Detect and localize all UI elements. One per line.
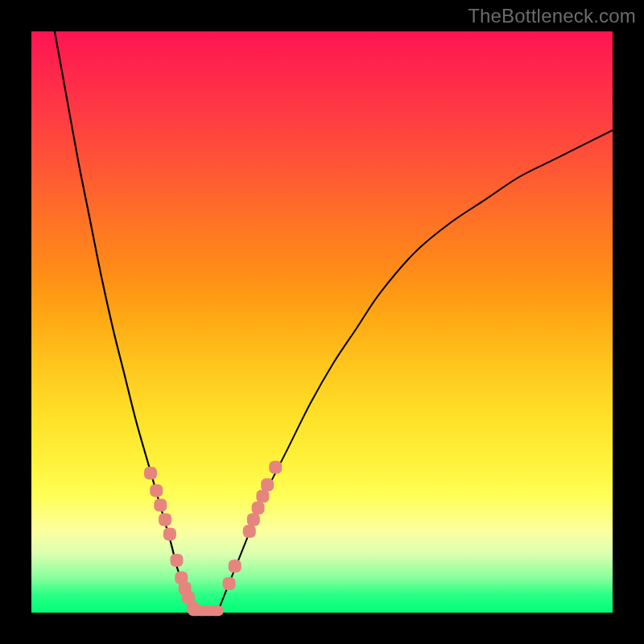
right-marker — [261, 478, 274, 491]
chart-overlay — [31, 31, 613, 613]
curve-layer — [55, 31, 613, 613]
curve-left-branch — [55, 31, 194, 613]
right-marker — [247, 513, 260, 526]
left-marker — [144, 467, 157, 480]
curve-right-branch — [217, 130, 613, 613]
left-marker — [159, 513, 171, 526]
right-marker — [243, 525, 256, 538]
watermark-text: TheBottleneck.com — [468, 5, 636, 27]
right-marker — [269, 461, 282, 474]
right-marker — [222, 577, 235, 590]
left-marker — [150, 484, 163, 497]
right-marker — [229, 559, 242, 572]
marker-layer — [144, 461, 282, 617]
right-marker — [252, 502, 265, 514]
left-marker — [163, 528, 176, 541]
right-marker — [256, 490, 269, 503]
left-marker — [154, 498, 167, 511]
chart-frame: TheBottleneck.com — [0, 0, 644, 644]
left-marker — [171, 554, 184, 567]
bottom-marker — [209, 605, 224, 616]
